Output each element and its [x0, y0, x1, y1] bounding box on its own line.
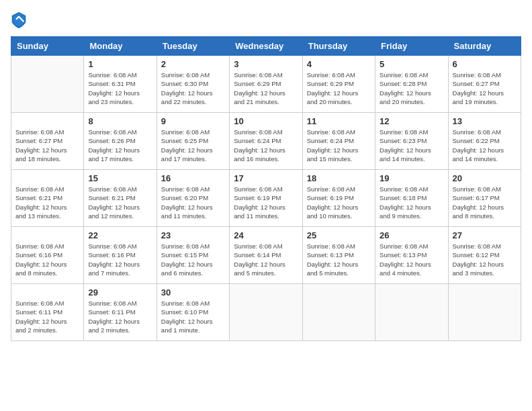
day-detail: Sunrise: 6:08 AM Sunset: 6:19 PM Dayligh…: [234, 185, 298, 220]
calendar-cell: 13Sunrise: 6:08 AM Sunset: 6:22 PM Dayli…: [448, 113, 521, 170]
calendar-cell: 21Sunrise: 6:08 AM Sunset: 6:16 PM Dayli…: [11, 227, 84, 284]
day-detail: Sunrise: 6:08 AM Sunset: 6:28 PM Dayligh…: [380, 71, 443, 106]
calendar-cell: 19Sunrise: 6:08 AM Sunset: 6:18 PM Dayli…: [375, 170, 448, 227]
day-detail: Sunrise: 6:08 AM Sunset: 6:16 PM Dayligh…: [15, 242, 79, 277]
day-number: 20: [453, 173, 517, 183]
day-number: 15: [88, 173, 152, 183]
day-number: 12: [380, 116, 443, 126]
day-number: 25: [307, 230, 371, 240]
day-number: 23: [161, 230, 225, 240]
day-detail: Sunrise: 6:08 AM Sunset: 6:23 PM Dayligh…: [380, 128, 443, 163]
calendar-cell: 14Sunrise: 6:08 AM Sunset: 6:21 PM Dayli…: [11, 170, 84, 227]
day-detail: Sunrise: 6:08 AM Sunset: 6:19 PM Dayligh…: [307, 185, 371, 220]
weekday-header-friday: Friday: [375, 37, 448, 56]
header-row: SundayMondayTuesdayWednesdayThursdayFrid…: [11, 37, 521, 56]
day-detail: Sunrise: 6:08 AM Sunset: 6:25 PM Dayligh…: [161, 128, 225, 163]
calendar-cell: 28Sunrise: 6:08 AM Sunset: 6:11 PM Dayli…: [11, 284, 84, 341]
day-detail: Sunrise: 6:08 AM Sunset: 6:10 PM Dayligh…: [161, 299, 225, 334]
calendar-table: SundayMondayTuesdayWednesdayThursdayFrid…: [11, 36, 521, 341]
day-detail: Sunrise: 6:08 AM Sunset: 6:16 PM Dayligh…: [88, 242, 152, 277]
calendar-cell: 11Sunrise: 6:08 AM Sunset: 6:24 PM Dayli…: [302, 113, 375, 170]
day-number: 27: [453, 230, 517, 240]
calendar-cell: 18Sunrise: 6:08 AM Sunset: 6:19 PM Dayli…: [302, 170, 375, 227]
day-number: 11: [307, 116, 371, 126]
day-number: 26: [380, 230, 443, 240]
day-detail: Sunrise: 6:08 AM Sunset: 6:20 PM Dayligh…: [161, 185, 225, 220]
day-detail: Sunrise: 6:08 AM Sunset: 6:17 PM Dayligh…: [453, 185, 517, 220]
weekday-header-thursday: Thursday: [302, 37, 375, 56]
day-number: 9: [161, 116, 225, 126]
day-detail: Sunrise: 6:08 AM Sunset: 6:21 PM Dayligh…: [15, 185, 79, 220]
calendar-cell: 30Sunrise: 6:08 AM Sunset: 6:10 PM Dayli…: [157, 284, 229, 341]
day-number: 3: [234, 59, 298, 69]
day-number: 18: [307, 173, 371, 183]
calendar-cell: 16Sunrise: 6:08 AM Sunset: 6:20 PM Dayli…: [157, 170, 229, 227]
day-number: 16: [161, 173, 225, 183]
calendar-cell: [11, 56, 84, 113]
calendar-body: 1Sunrise: 6:08 AM Sunset: 6:31 PM Daylig…: [11, 56, 521, 341]
calendar-cell: 24Sunrise: 6:08 AM Sunset: 6:14 PM Dayli…: [230, 227, 302, 284]
calendar-cell: 3Sunrise: 6:08 AM Sunset: 6:29 PM Daylig…: [230, 56, 302, 113]
calendar-cell: [375, 284, 448, 341]
calendar-cell: [448, 284, 521, 341]
calendar-header: SundayMondayTuesdayWednesdayThursdayFrid…: [11, 37, 521, 56]
calendar-cell: 1Sunrise: 6:08 AM Sunset: 6:31 PM Daylig…: [84, 56, 157, 113]
calendar-week-2: 7Sunrise: 6:08 AM Sunset: 6:27 PM Daylig…: [11, 113, 521, 170]
calendar-cell: 17Sunrise: 6:08 AM Sunset: 6:19 PM Dayli…: [230, 170, 302, 227]
day-detail: Sunrise: 6:08 AM Sunset: 6:27 PM Dayligh…: [453, 71, 517, 106]
day-number: 30: [161, 287, 225, 298]
weekday-header-wednesday: Wednesday: [230, 37, 302, 56]
calendar-cell: [230, 284, 302, 341]
day-number: 13: [453, 116, 517, 126]
day-detail: Sunrise: 6:08 AM Sunset: 6:18 PM Dayligh…: [380, 185, 443, 220]
day-number: 29: [88, 287, 152, 298]
day-number: 6: [453, 59, 517, 69]
calendar-week-1: 1Sunrise: 6:08 AM Sunset: 6:31 PM Daylig…: [11, 56, 521, 113]
calendar-cell: 20Sunrise: 6:08 AM Sunset: 6:17 PM Dayli…: [448, 170, 521, 227]
day-number: 14: [15, 173, 79, 183]
calendar-cell: 15Sunrise: 6:08 AM Sunset: 6:21 PM Dayli…: [84, 170, 157, 227]
day-number: 28: [15, 287, 79, 298]
day-number: 19: [380, 173, 443, 183]
day-detail: Sunrise: 6:08 AM Sunset: 6:29 PM Dayligh…: [307, 71, 371, 106]
calendar-cell: 7Sunrise: 6:08 AM Sunset: 6:27 PM Daylig…: [11, 113, 84, 170]
calendar-week-3: 14Sunrise: 6:08 AM Sunset: 6:21 PM Dayli…: [11, 170, 521, 227]
day-detail: Sunrise: 6:08 AM Sunset: 6:24 PM Dayligh…: [307, 128, 371, 163]
day-detail: Sunrise: 6:08 AM Sunset: 6:21 PM Dayligh…: [88, 185, 152, 220]
calendar-cell: 23Sunrise: 6:08 AM Sunset: 6:15 PM Dayli…: [157, 227, 229, 284]
weekday-header-sunday: Sunday: [11, 37, 84, 56]
day-number: 8: [88, 116, 152, 126]
day-number: 4: [307, 59, 371, 69]
calendar-cell: 26Sunrise: 6:08 AM Sunset: 6:13 PM Dayli…: [375, 227, 448, 284]
calendar-cell: 2Sunrise: 6:08 AM Sunset: 6:30 PM Daylig…: [157, 56, 229, 113]
day-detail: Sunrise: 6:08 AM Sunset: 6:13 PM Dayligh…: [380, 242, 443, 277]
day-detail: Sunrise: 6:08 AM Sunset: 6:11 PM Dayligh…: [88, 299, 152, 334]
weekday-header-saturday: Saturday: [448, 37, 521, 56]
day-detail: Sunrise: 6:08 AM Sunset: 6:11 PM Dayligh…: [15, 299, 79, 334]
day-detail: Sunrise: 6:08 AM Sunset: 6:30 PM Dayligh…: [161, 71, 225, 106]
day-detail: Sunrise: 6:08 AM Sunset: 6:22 PM Dayligh…: [453, 128, 517, 163]
day-number: 10: [234, 116, 298, 126]
day-number: 2: [161, 59, 225, 69]
calendar-week-4: 21Sunrise: 6:08 AM Sunset: 6:16 PM Dayli…: [11, 227, 521, 284]
day-detail: Sunrise: 6:08 AM Sunset: 6:29 PM Dayligh…: [234, 71, 298, 106]
weekday-header-tuesday: Tuesday: [157, 37, 229, 56]
calendar-cell: 8Sunrise: 6:08 AM Sunset: 6:26 PM Daylig…: [84, 113, 157, 170]
day-detail: Sunrise: 6:08 AM Sunset: 6:26 PM Dayligh…: [88, 128, 152, 163]
calendar-cell: 25Sunrise: 6:08 AM Sunset: 6:13 PM Dayli…: [302, 227, 375, 284]
day-detail: Sunrise: 6:08 AM Sunset: 6:31 PM Dayligh…: [88, 71, 152, 106]
calendar-cell: 10Sunrise: 6:08 AM Sunset: 6:24 PM Dayli…: [230, 113, 302, 170]
calendar-cell: 9Sunrise: 6:08 AM Sunset: 6:25 PM Daylig…: [157, 113, 229, 170]
day-detail: Sunrise: 6:08 AM Sunset: 6:15 PM Dayligh…: [161, 242, 225, 277]
calendar-cell: 22Sunrise: 6:08 AM Sunset: 6:16 PM Dayli…: [84, 227, 157, 284]
day-detail: Sunrise: 6:08 AM Sunset: 6:24 PM Dayligh…: [234, 128, 298, 163]
logo-icon: [11, 11, 27, 30]
day-detail: Sunrise: 6:08 AM Sunset: 6:14 PM Dayligh…: [234, 242, 298, 277]
day-detail: Sunrise: 6:08 AM Sunset: 6:12 PM Dayligh…: [453, 242, 517, 277]
calendar-cell: 5Sunrise: 6:08 AM Sunset: 6:28 PM Daylig…: [375, 56, 448, 113]
day-number: 1: [88, 59, 152, 69]
day-number: 5: [380, 59, 443, 69]
day-detail: Sunrise: 6:08 AM Sunset: 6:13 PM Dayligh…: [307, 242, 371, 277]
calendar-cell: 12Sunrise: 6:08 AM Sunset: 6:23 PM Dayli…: [375, 113, 448, 170]
day-number: 17: [234, 173, 298, 183]
